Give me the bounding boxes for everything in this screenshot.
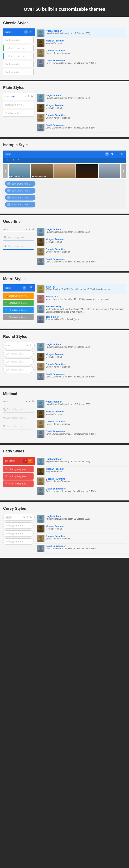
plain-result-2[interactable]: Quentin Tarantino Quentin Jerome Taranti… [36,113,126,123]
round-result-3[interactable]: David Schwimmer David Lawrence Schwimmer… [36,372,126,382]
curvy-result-3[interactable]: David Schwimmer David Lawrence Schwimmer… [36,544,126,554]
minimal-search-icon[interactable]: 🔍 [32,400,35,403]
classic-searchbar[interactable]: actor ✕ 🔍 [3,28,35,36]
fatty-result-2[interactable]: Quentin Tarantino Quentin Jerome Taranti… [36,476,126,486]
metro-search-icon[interactable]: 🔍 [30,286,33,290]
metro-input-gray[interactable]: 🔍 Start typing here... [3,314,34,320]
isotopic-prev-btn[interactable]: ❮ [3,164,7,178]
plain-clear-icon[interactable]: ✕ [25,95,27,98]
underline-result-3[interactable]: David Schwimmer David Lawrence Schwimmer… [36,257,126,267]
result-item-0[interactable]: Hugh Jackman Hugh Michael Jackman (born … [36,28,126,38]
curvy-avatar-1 [37,525,44,532]
round-clear-icon[interactable]: ✕ [26,344,28,347]
fatty-input-1[interactable]: 🔍 Start typing here... [3,466,34,472]
classic-input-4[interactable]: Start typing here... ▼ [3,61,34,67]
isotopic-input-3[interactable]: Q Start typing here... [5,195,36,200]
underline-input-2[interactable]: 🔍 Start typing here... [3,243,34,250]
gallery-item-freeman[interactable]: Morgan Freeman [31,164,53,178]
curvy-input-1[interactable]: Start typing here... [3,522,34,529]
isotopic-search-icon[interactable]: 🔍 [120,152,124,156]
classic-input-3[interactable]: ✓ Start typing here... ▼ [3,53,34,59]
gallery-item-schwei[interactable] [98,164,120,178]
isotopic-list-icon[interactable]: ☰ [115,152,119,156]
curvy-input-2[interactable]: Start typing here... [3,530,34,537]
result-item-1[interactable]: Morgan Freeman Morgan Freeman [36,38,126,48]
search-icon[interactable]: 🔍 [29,30,33,34]
fatty-result-0[interactable]: Hugh Jackman Hugh Michael Jackman (born … [36,457,126,467]
gallery-item-dj[interactable] [76,164,98,178]
round-result-1[interactable]: Morgan Freeman Morgan Freeman [36,352,126,362]
underline-input-1[interactable]: 🔍 Start typing here... [3,234,34,241]
underline-result-1[interactable]: Morgan Freeman Morgan Freeman [36,237,126,247]
plain-input-2[interactable]: Start typing here... [3,110,34,117]
metro-input-blue[interactable]: 🔍 Start typing here... [3,307,34,313]
classic-input-5[interactable]: Start typing here... ▼ [3,69,34,75]
plain-input-1[interactable]: Start typing here... [3,101,34,108]
result-item-3[interactable]: David Schwimmer David Lawrence Schwimmer… [36,58,126,68]
underline-down-icon[interactable]: ▼ [29,228,31,231]
minimal-input-2[interactable]: 🔍 Start typing here... [3,415,34,421]
isotopic-input-1[interactable]: Q Start typing here... [5,181,36,187]
metro-result-3[interactable]: Tom Selleck Thomas William 'Tom' Selleck… [36,314,126,324]
curvy-result-2[interactable]: Quentin Tarantino Quentin Jerome Taranti… [36,534,126,544]
minimal-clear-icon[interactable]: ✕ [26,400,28,403]
metro-result-2[interactable]: Matthew Perry Matthew Langford Perry (bo… [36,304,126,314]
gallery-item-tarantino[interactable] [53,164,75,178]
clear-icon[interactable]: ✕ [24,30,28,34]
plain-result-0[interactable]: Hugh Jackman Hugh Michael Jackman (born … [36,93,126,103]
gallery-item-jackman[interactable]: Hugh Jackman [9,164,31,178]
isotopic-tab-3[interactable]: 3 [16,158,22,163]
result-item-2[interactable]: Quentin Tarantino Quentin Jerome Taranti… [36,48,126,58]
classic-input-1[interactable]: Start typing here... ▼ [3,37,34,43]
minimal-result-2[interactable]: Quentin Tarantino Quentin Jerome Taranti… [36,419,126,429]
metro-result-0[interactable]: Brad Pitt William Bradley "Brad" Pitt (b… [36,284,126,294]
underline-result-2[interactable]: Quentin Tarantino Quentin Jerome Taranti… [36,247,126,257]
underline-clear-icon[interactable]: ✕ [26,228,28,231]
fatty-input-2[interactable]: 🔍 Start typing here... [3,473,34,479]
plain-tag-val: Hugh... [10,95,16,97]
plain-result-3[interactable]: David Schwimmer David Lawrence Schwimmer… [36,123,126,133]
round-input-2[interactable]: Start typing here... [3,359,34,365]
minimal-result-0[interactable]: Hugh Jackman Hugh Michael Jackman (born … [36,399,126,409]
round-input-1[interactable]: Start typing here... [3,350,34,357]
classic-input-2[interactable]: ✓ Start typing here... ▼ [3,45,34,52]
curvy-result-0[interactable]: Hugh Jackman Hugh Michael Jackman (born … [36,514,126,524]
curvy-result-1[interactable]: Morgan Freeman Morgan Freeman [36,524,126,534]
minimal-input-3[interactable]: 🔍 Start typing here... [3,423,34,430]
curvy-clear-icon[interactable]: ✕ [23,516,25,519]
isotopic-input-2[interactable]: Q Start typing here... [5,188,36,193]
minimal-result-1[interactable]: Morgan Freeman Morgan Freeman [36,409,126,419]
minimal-result-3[interactable]: David Schwimmer David Lawrence Schwimmer… [36,429,126,439]
metro-result-1[interactable]: Megan Fox Megan Denise Fox (born May 16,… [36,294,126,304]
fatty-search-icon[interactable]: 🔍 [28,459,33,463]
curvy-input-3[interactable]: Start typing here... [3,538,34,545]
metro-input-green[interactable]: 🔍 Start typing here... [3,300,34,306]
minimal-down-icon[interactable]: ▼ [29,400,31,403]
round-result-2[interactable]: Quentin Tarantino Quentin Jerome Taranti… [36,362,126,372]
underline-result-0[interactable]: Hugh Jackman Hugh Michael Jackman (born … [36,227,126,237]
plain-searchbar[interactable]: actor Hugh... ✕ ▼ 🔍 [3,93,35,100]
metro-clear-icon[interactable]: ✕ [23,286,26,290]
round-input-3[interactable]: Start typing here... [3,367,34,373]
fatty-input-3[interactable]: 🔍 Start typing here... [3,480,34,487]
round-search-icon[interactable]: 🔍 [29,344,32,347]
minimal-input-1[interactable]: 🔍 Start typing here... [3,406,34,413]
fatty-clear-icon[interactable]: ✕ [23,459,28,463]
curvy-down-icon[interactable]: ▼ [26,516,28,519]
fatty-result-3[interactable]: David Schwimmer David Lawrence Schwimmer… [36,486,126,496]
fatty-result-1[interactable]: Morgan Freeman Morgan Freeman [36,467,126,476]
plain-down-icon[interactable]: ▼ [28,95,30,98]
isotopic-tab-1[interactable]: 1 [5,158,10,163]
underline-search-icon[interactable]: 🔍 [32,228,35,231]
metro-input-orange[interactable]: 🔍 Start typing here... [3,292,34,299]
isotopic-widget: actor ✕ ⊞ ☰ 🔍 1 2 3 ❮ Hugh Jackman [3,150,126,209]
isotopic-grid-icon[interactable]: ⊞ [110,152,114,156]
isotopic-input-4[interactable]: Q Start typing here... [5,202,36,208]
metro-down-icon[interactable]: ▼ [27,286,29,290]
isotopic-tab-2[interactable]: 2 [10,158,16,163]
round-result-0[interactable]: Hugh Jackman Hugh Michael Jackman (born … [36,342,126,352]
isotopic-clear-icon[interactable]: ✕ [105,152,109,156]
plain-result-1[interactable]: Morgan Freeman Morgan Freeman [36,103,126,113]
curvy-search-icon[interactable]: 🔍 [29,516,32,519]
plain-search-icon[interactable]: 🔍 [31,95,33,98]
